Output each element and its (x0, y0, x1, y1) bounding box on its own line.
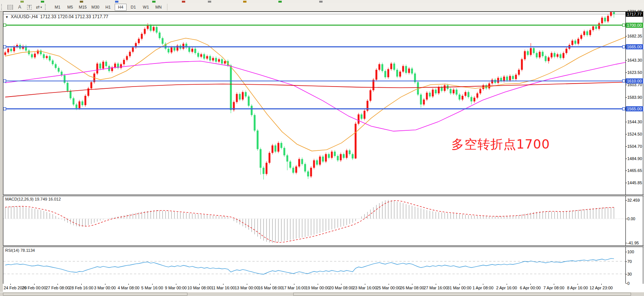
time-axis-tick (105, 284, 105, 285)
current-price-label: 1717.77 (626, 12, 643, 17)
price-axis-label: 1544.30 (627, 120, 642, 124)
time-axis-label: 31 Mar 00:00 (447, 286, 471, 290)
time-axis-label: 12 Apr 23:00 (589, 286, 612, 290)
price-axis-label: 1484.90 (627, 156, 642, 161)
timeframe-button-m15[interactable]: M15 (77, 4, 89, 11)
clipped-icon-fragment (208, 1, 211, 3)
clipped-icon-fragment (152, 1, 156, 3)
time-axis-label: 23 Mar 16:00 (353, 286, 377, 290)
time-axis-label: 5 Mar 16:00 (141, 286, 163, 290)
time-axis-tick (436, 284, 436, 285)
chart-symbol-period: XAUUSD-,H4 (11, 14, 38, 19)
clipped-icon-fragment (278, 1, 282, 3)
toolbar-drag-handle[interactable] (45, 4, 48, 10)
price-axis-label: 1445.85 (627, 180, 642, 185)
time-axis-label: 10 Mar 08:00 (187, 286, 212, 290)
toolbar-separator (167, 4, 167, 10)
tile-windows-icon[interactable]: ⇄▾ (35, 3, 43, 11)
time-axis-tick (341, 284, 341, 285)
time-axis-tick (223, 284, 223, 285)
status-field (293, 293, 631, 296)
timeframe-button-w1[interactable]: W1 (140, 4, 152, 11)
time-axis-tick (412, 284, 412, 285)
timeframe-button-d1[interactable]: D1 (127, 4, 139, 11)
price-line-label: 1565.00 (626, 106, 643, 111)
time-axis-label: 6 Apr 00:00 (520, 286, 540, 290)
time-axis-tick (176, 284, 176, 285)
time-axis[interactable]: 24 Feb 202026 Feb 00:0027 Feb 08:0028 Fe… (3, 284, 644, 292)
price-axis-label: 1465.65 (627, 168, 642, 173)
time-axis-label: 17 Mar 16:00 (282, 286, 306, 290)
price-line-label: 1610.00 (626, 78, 643, 84)
time-axis-tick (483, 284, 483, 285)
time-axis-label: 16 Mar 08:00 (258, 286, 282, 290)
price-line-label: 1665.00 (626, 44, 643, 49)
rsi-panel-canvas[interactable] (3, 248, 625, 283)
rsi-axis-label: 70 (627, 259, 632, 264)
timeframe-button-m5[interactable]: M5 (64, 4, 76, 11)
rsi-axis-label: 100 (627, 250, 634, 254)
text-box-glyph: T (27, 5, 32, 10)
timeframe-toolbar: M1M5M15M30H1H4D1W1MN (51, 4, 165, 11)
time-axis-label: 20 Mar 08:00 (329, 286, 353, 290)
time-axis-label: 9 Mar 00:00 (165, 286, 187, 290)
macd-axis-label: 0.00 (627, 217, 635, 221)
clipped-icon-fragment (41, 1, 44, 3)
timeframe-button-m1[interactable]: M1 (52, 4, 63, 11)
price-axis-label: 1504.70 (627, 144, 642, 149)
chevron-down-icon[interactable]: ▾ (40, 6, 42, 9)
time-axis-tick (10, 284, 11, 285)
crosshair-grid-icon[interactable] (6, 3, 14, 11)
time-axis-label: 1 Apr 08:00 (473, 286, 493, 290)
toolbar: A T ⇄▾ M1M5M15M30H1H4D1W1MN (0, 3, 644, 12)
time-axis-label: 19 Mar 00:00 (305, 286, 330, 290)
grid-glyph (7, 5, 13, 10)
time-axis-tick (294, 284, 294, 285)
timeframe-button-m30[interactable]: M30 (89, 4, 101, 11)
time-axis-label: 7 Apr 08:00 (543, 286, 564, 290)
chevron-down-icon[interactable]: ▼ (5, 15, 9, 19)
time-axis-tick (152, 284, 153, 285)
tile-windows-glyph: ⇄ (36, 4, 40, 10)
time-axis-tick (199, 284, 200, 285)
time-axis-tick (318, 284, 318, 285)
price-axis-label: 1524.50 (627, 132, 642, 136)
timeframe-button-h1[interactable]: H1 (102, 4, 114, 11)
time-axis-tick (270, 284, 271, 285)
bottom-window-strip (0, 292, 644, 296)
time-axis-label: 28 Feb 16:00 (69, 286, 94, 290)
time-axis-tick (507, 284, 507, 285)
time-axis-label: 27 Mar 16:00 (424, 286, 448, 290)
price-line-label: 1700.00 (626, 23, 643, 28)
time-axis-label: 26 Feb 00:00 (22, 286, 46, 290)
time-axis-label: 26 Mar 08:00 (400, 286, 424, 290)
status-field (3, 293, 187, 296)
timeframe-button-mn[interactable]: MN (153, 4, 164, 11)
text-label-icon[interactable]: A (15, 3, 24, 11)
clipped-icon-fragment (80, 1, 83, 3)
time-axis-label: 3 Mar 00:00 (94, 286, 116, 290)
time-axis-label: 11 Mar 16:00 (211, 286, 235, 290)
main-price-chart-canvas[interactable] (3, 12, 625, 195)
chart-ohlc-readout: 1712.33 1720.04 1712.33 1717.77 (40, 14, 108, 19)
text-box-icon[interactable]: T (25, 3, 34, 11)
time-axis-label: 8 Apr 16:00 (567, 286, 588, 290)
price-axis-label: 1583.90 (627, 95, 642, 100)
rsi-axis-label: 30 (627, 272, 632, 276)
macd-panel-canvas[interactable] (3, 196, 625, 245)
time-axis-tick (247, 284, 247, 285)
timeframe-button-h4[interactable]: H4 (115, 4, 127, 11)
macd-indicator-label: MACD(12,26,9) 19.749 16.012 (5, 197, 61, 201)
panel-separator-macd[interactable] (3, 195, 644, 196)
chart-annotation-text: 多空转折点1700 (451, 136, 550, 153)
macd-axis-label: -41.95 (627, 241, 639, 245)
rsi-axis-label: 0 (627, 281, 630, 286)
time-axis-tick (601, 284, 602, 285)
macd-axis-label: 32.459 (627, 198, 640, 202)
rsi-indicator-label: RSI(14) 78.1134 (5, 248, 35, 253)
time-axis-label: 27 Feb 08:00 (46, 286, 70, 290)
panel-separator-rsi[interactable] (3, 245, 644, 247)
toolbar-drag-handle[interactable] (1, 4, 4, 10)
time-axis-tick (460, 284, 460, 285)
time-axis-tick (365, 284, 365, 285)
